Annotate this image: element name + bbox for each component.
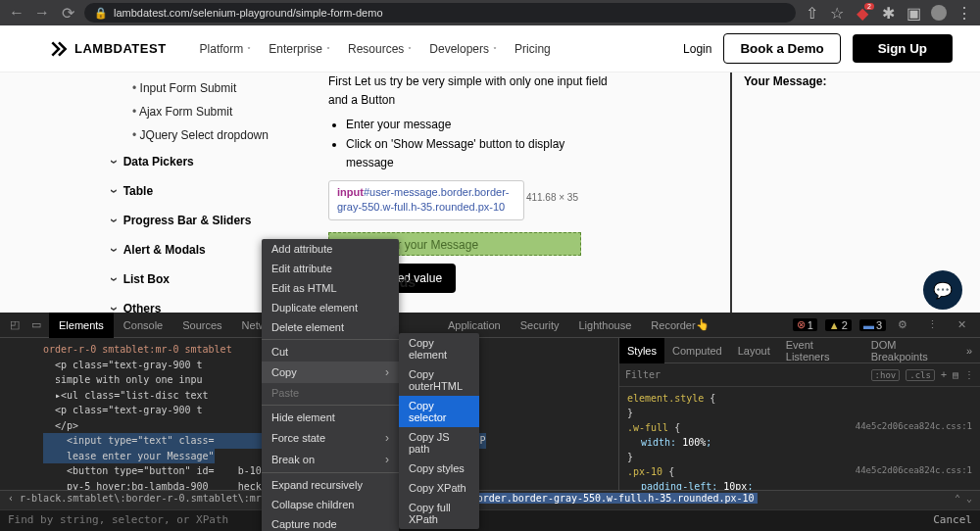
- ctx-screenshot[interactable]: Capture node screenshot: [262, 514, 399, 531]
- breadcrumb-bar[interactable]: ‹ r-black.smtablet\:border-r-0.smtablet\…: [0, 490, 980, 509]
- sidebar-item-ajax-form[interactable]: Ajax Form Submit: [132, 100, 284, 123]
- forward-button[interactable]: →: [33, 4, 51, 22]
- ctx-copy[interactable]: Copy: [262, 362, 399, 383]
- devtools: ◰ ▭ Elements Console Sources Network App…: [0, 313, 980, 531]
- sidebar-heading-table[interactable]: Table: [113, 176, 284, 206]
- sub-copy-outerhtml[interactable]: Copy outerHTML: [399, 364, 479, 396]
- inspect-icon[interactable]: ◰: [6, 316, 24, 334]
- tab-styles[interactable]: Styles: [619, 338, 664, 363]
- sidebar-heading-others[interactable]: Others: [113, 294, 284, 323]
- menu-icon[interactable]: ⋮: [956, 5, 972, 21]
- styles-panel: Styles Computed Layout Event Listeners D…: [618, 338, 980, 490]
- intro-text: First Let us try be very simple with onl…: [328, 72, 608, 110]
- nav-pricing[interactable]: Pricing: [514, 42, 551, 56]
- ctx-expand[interactable]: Expand recursively: [262, 475, 399, 495]
- context-menu: Add attribute Edit attribute Edit as HTM…: [262, 239, 399, 531]
- site-header: LAMBDATEST Platform Enterprise Resources…: [0, 25, 980, 72]
- tab-layout[interactable]: Layout: [730, 345, 778, 357]
- warning-count[interactable]: ▲2: [825, 319, 852, 331]
- chat-fab[interactable]: 💬: [923, 270, 962, 310]
- info-count[interactable]: ▬3: [859, 319, 886, 331]
- device-icon[interactable]: ▭: [27, 316, 45, 334]
- sidebar-item-jquery-select[interactable]: JQuery Select dropdown: [132, 123, 284, 147]
- sidebar-heading-listbox[interactable]: List Box: [113, 265, 284, 294]
- sub-copy-selector[interactable]: Copy selector: [399, 396, 479, 427]
- sub-copy-xpath[interactable]: Copy XPath: [399, 478, 479, 498]
- bookmark-icon[interactable]: ☆: [829, 5, 845, 21]
- reload-button[interactable]: ⟳: [59, 4, 76, 22]
- tab-recorder[interactable]: Recorder 👆: [641, 313, 718, 338]
- ctx-cut[interactable]: Cut: [262, 342, 399, 362]
- tab-more[interactable]: »: [958, 345, 980, 357]
- sidebar: Input Form Submit Ajax Form Submit JQuer…: [0, 72, 284, 313]
- url-bar[interactable]: 🔒 lambdatest.com/selenium-playground/sim…: [84, 3, 796, 23]
- main-content: Input Form Submit Ajax Form Submit JQuer…: [0, 72, 980, 313]
- signup-button[interactable]: Sign Up: [853, 34, 953, 63]
- copy-submenu: Copy element Copy outerHTML Copy selecto…: [399, 333, 479, 529]
- share-icon[interactable]: ⇧: [804, 5, 819, 21]
- close-icon[interactable]: ✕: [953, 316, 970, 334]
- elements-search-bar[interactable]: Find by string, selector, or XPath Cance…: [0, 509, 980, 531]
- sidebar-heading-progress[interactable]: Progress Bar & Sliders: [113, 206, 284, 235]
- back-button[interactable]: ←: [8, 4, 25, 22]
- ctx-edit-html[interactable]: Edit as HTML: [262, 278, 399, 298]
- nav-resources[interactable]: Resources: [348, 42, 412, 56]
- hov-toggle[interactable]: :hov: [871, 369, 901, 381]
- tooltip-dimensions: 411.68 × 35: [526, 191, 578, 205]
- more-icon[interactable]: ⋮: [923, 316, 941, 334]
- tab-lighthouse[interactable]: Lighthouse: [569, 313, 642, 338]
- extensions-icon[interactable]: ▣: [906, 5, 921, 21]
- ctx-break-on[interactable]: Break on: [262, 449, 399, 470]
- tab-computed[interactable]: Computed: [664, 345, 730, 357]
- ctx-collapse[interactable]: Collapse children: [262, 495, 399, 514]
- styles-more-icon[interactable]: ⋮: [964, 369, 974, 380]
- logo[interactable]: LAMBDATEST: [49, 39, 167, 59]
- error-count[interactable]: ⊗1: [793, 318, 817, 331]
- logo-icon: [49, 39, 69, 59]
- sub-copy-element[interactable]: Copy element: [399, 333, 479, 364]
- ctx-delete[interactable]: Delete element: [262, 317, 399, 337]
- ctx-duplicate[interactable]: Duplicate element: [262, 298, 399, 317]
- nav-developers[interactable]: Developers: [429, 42, 497, 56]
- new-rule-icon[interactable]: +: [941, 369, 947, 380]
- browser-actions: ⇧ ☆ ◆2 ✱ ▣ ⋮: [804, 5, 972, 21]
- styles-tabs: Styles Computed Layout Event Listeners D…: [619, 338, 980, 363]
- login-link[interactable]: Login: [683, 42, 711, 56]
- profile-icon[interactable]: [931, 5, 947, 21]
- ctx-add-attribute[interactable]: Add attribute: [262, 239, 399, 259]
- sub-copy-fullxpath[interactable]: Copy full XPath: [399, 498, 479, 529]
- nav-enterprise[interactable]: Enterprise: [269, 42, 330, 56]
- css-rules[interactable]: element.style { } 44e5c2d06cea824c.css:1…: [619, 387, 980, 490]
- chat-icon: 💬: [933, 281, 953, 300]
- sidebar-heading-alert[interactable]: Alert & Modals: [113, 235, 284, 265]
- nav-right: Login Book a Demo Sign Up: [683, 33, 953, 64]
- search-placeholder: Find by string, selector, or XPath: [8, 513, 228, 528]
- cls-toggle[interactable]: .cls: [906, 369, 935, 381]
- ctx-paste: Paste: [262, 383, 399, 403]
- sidebar-heading-data-pickers[interactable]: Data Pickers: [113, 147, 284, 176]
- ctx-edit-attribute[interactable]: Edit attribute: [262, 259, 399, 278]
- filter-input[interactable]: Filter: [625, 369, 661, 380]
- sidebar-item-input-form[interactable]: Input Form Submit: [132, 76, 284, 100]
- extension-icon[interactable]: ◆2: [855, 5, 870, 21]
- ctx-hide[interactable]: Hide element: [262, 408, 399, 427]
- browser-chrome: ← → ⟳ 🔒 lambdatest.com/selenium-playgrou…: [0, 0, 980, 25]
- styles-filter-bar: Filter :hov .cls + ▤ ⋮: [619, 363, 980, 387]
- styles-sidebar-icon[interactable]: ▤: [953, 369, 958, 380]
- tab-dom-breakpoints[interactable]: DOM Breakpoints: [863, 339, 958, 362]
- tab-elements[interactable]: Elements: [49, 313, 114, 338]
- sub-copy-styles[interactable]: Copy styles: [399, 459, 479, 478]
- search-cancel[interactable]: Cancel: [933, 513, 972, 528]
- settings-icon[interactable]: ⚙: [894, 316, 911, 334]
- ctx-force-state[interactable]: Force state: [262, 427, 399, 449]
- tab-security[interactable]: Security: [511, 313, 569, 338]
- url-text: lambdatest.com/selenium-playground/simpl…: [114, 7, 383, 19]
- sub-copy-jspath[interactable]: Copy JS path: [399, 427, 479, 459]
- asterisk-icon[interactable]: ✱: [880, 5, 896, 21]
- your-message-label: Your Message:: [744, 74, 980, 88]
- book-demo-button[interactable]: Book a Demo: [723, 33, 840, 64]
- step-1: Enter your message: [346, 116, 608, 134]
- tab-event-listeners[interactable]: Event Listeners: [778, 339, 863, 362]
- nav-platform[interactable]: Platform: [200, 42, 252, 56]
- nav-links: Platform Enterprise Resources Developers…: [200, 42, 551, 56]
